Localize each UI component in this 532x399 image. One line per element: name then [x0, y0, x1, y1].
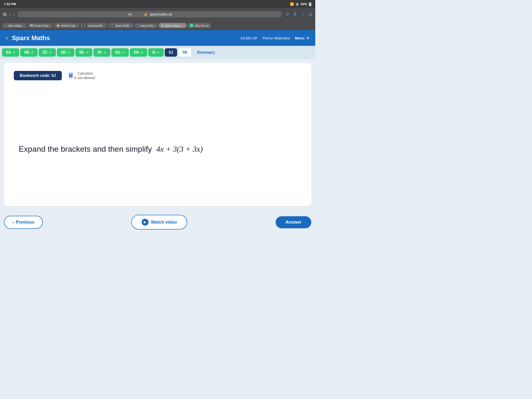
- answer-label: Answer: [285, 220, 301, 225]
- tab-label: Airbnb | Ital...: [61, 24, 77, 27]
- question-area: Expand the brackets and then simplify 4x…: [14, 90, 301, 198]
- reload-button[interactable]: ↺: [285, 11, 289, 17]
- section-tab-5c[interactable]: 5C ✓: [39, 48, 56, 57]
- tab-label-5a: 5A: [6, 50, 11, 55]
- watch-video-button[interactable]: ▶ Watch video: [131, 215, 187, 230]
- map-icon: 🗺: [30, 24, 33, 27]
- sidebar-toggle-button[interactable]: ⊟: [3, 12, 7, 17]
- check-icon-5e: ✓: [85, 50, 88, 54]
- tab-label: assets.publi...: [88, 24, 104, 27]
- section-tab-5d[interactable]: 5D ✓: [57, 48, 74, 57]
- check-icon-5f: ✓: [103, 50, 106, 54]
- tab-label: map of the...: [140, 24, 155, 27]
- forward-button[interactable]: ›: [13, 12, 15, 17]
- airbnb-icon: 🏠: [56, 24, 60, 27]
- tab-label-5f: 5F: [97, 50, 102, 55]
- app-back-button[interactable]: ‹: [6, 34, 8, 41]
- tab-label-5h: 5H: [134, 50, 139, 55]
- new-tab-button[interactable]: ＋: [301, 11, 305, 17]
- calculator-not-allowed-label: Calculatornot allowed: [78, 71, 95, 80]
- assets-icon: P: [83, 24, 87, 27]
- battery-percent: 92%: [300, 2, 307, 6]
- section-tab-5f[interactable]: 5F ✓: [93, 48, 110, 57]
- tab-label-summary: Summary: [197, 50, 215, 55]
- check-icon-5c: ✓: [49, 50, 52, 54]
- check-icon-5i: ✓: [157, 50, 160, 54]
- tab-label-5e: 5E: [79, 50, 84, 55]
- section-tab-5e[interactable]: 5E ✓: [75, 48, 93, 57]
- section-tab-5h[interactable]: 5H ✓: [130, 48, 147, 57]
- section-tab-5j[interactable]: 5J: [165, 48, 177, 57]
- check-icon-5g: ✓: [122, 50, 125, 54]
- user-name: Penny Walmsley: [263, 36, 290, 40]
- tabs-button[interactable]: ⧉: [309, 12, 312, 17]
- google-icon: G: [4, 24, 7, 27]
- info-bar: Bookwork code: 5J 🖩 ✕ Calculatornot allo…: [14, 71, 301, 80]
- menu-label: Menu: [295, 36, 304, 40]
- browser-tab-airbnb[interactable]: 🏠 Airbnb | Ital...: [54, 23, 80, 28]
- share-button[interactable]: ⬆: [293, 12, 297, 17]
- battery-icon: ▓: [309, 2, 311, 6]
- tab-label: oliia rodrigo...: [8, 24, 24, 27]
- check-icon-5b: ✓: [31, 50, 34, 54]
- status-time: 7:52 PM: [4, 2, 16, 6]
- app-logo: Sparx Maths: [12, 34, 240, 42]
- question-prose: Expand the brackets and then simplify: [19, 145, 152, 153]
- math-tab-icon: S: [190, 24, 194, 27]
- address-bar[interactable]: AA 🔒 sparxmaths.uk: [17, 11, 282, 17]
- video-play-icon: ▶: [142, 219, 149, 226]
- calculator-icon-wrapper: 🖩 ✕: [68, 72, 76, 80]
- watch-video-label: Watch video: [151, 220, 177, 225]
- previous-label: Previous: [16, 220, 34, 225]
- hamburger-icon: ≡: [306, 35, 309, 41]
- taylor-icon: T: [110, 24, 114, 27]
- section-tab-summary[interactable]: Summary: [193, 48, 219, 57]
- location-icon: ◎: [296, 2, 299, 6]
- tab-label-5g: 5G: [115, 50, 120, 55]
- close-tab-icon[interactable]: ✕: [182, 24, 184, 27]
- answer-button[interactable]: Answer: [276, 216, 311, 228]
- back-button[interactable]: ‹: [9, 12, 11, 17]
- browser-tab-assets[interactable]: P assets.publi...: [81, 23, 107, 28]
- tab-label-5i: 5I: [152, 50, 155, 55]
- google-maps-icon: G: [137, 24, 139, 27]
- browser-tab-math[interactable]: S 4(5y+3m-p): [187, 23, 211, 28]
- calculator-x-icon: ✕: [74, 76, 77, 80]
- status-bar: 7:52 PM 📶 ◎ 92% ▓: [0, 0, 315, 8]
- wifi-icon: 📶: [290, 2, 294, 6]
- sparx-icon: ★: [161, 24, 164, 27]
- previous-button[interactable]: ‹ Previous: [4, 216, 43, 229]
- browser-tab-conan[interactable]: 🗺 Conan Gray...: [28, 23, 53, 28]
- tab-label: Sparx Maths: [165, 24, 180, 27]
- app-header: ‹ Sparx Maths 43,663 XP Penny Walmsley M…: [0, 30, 315, 46]
- check-icon-5a: ✓: [12, 50, 15, 54]
- section-tab-5g[interactable]: 5G ✓: [111, 48, 129, 57]
- text-size-control[interactable]: AA: [128, 13, 132, 16]
- section-tab-5b[interactable]: 5B ✓: [20, 48, 37, 57]
- check-icon-5h: ✓: [140, 50, 143, 54]
- tab-label: 4(5y+3m-p): [195, 24, 209, 27]
- browser-tab-taylor[interactable]: T Taylor Swift...: [108, 23, 134, 28]
- url-display: sparxmaths.uk: [150, 12, 172, 16]
- calculator-info: 🖩 ✕ Calculatornot allowed: [68, 71, 95, 80]
- question-card: Bookwork code: 5J 🖩 ✕ Calculatornot allo…: [4, 63, 311, 206]
- previous-chevron-icon: ‹: [12, 220, 14, 225]
- tab-label: Taylor Swift...: [115, 24, 131, 27]
- browser-tabs-bar: G oliia rodrigo... 🗺 Conan Gray... 🏠 Air…: [0, 21, 315, 30]
- xp-display: 43,663 XP: [240, 36, 258, 40]
- tab-label-5c: 5C: [43, 50, 48, 55]
- tab-label-5j: 5J: [169, 50, 173, 55]
- browser-tab-map[interactable]: G map of the...: [134, 23, 158, 28]
- browser-bar: ⊟ ‹ › AA 🔒 sparxmaths.uk ↺ ⬆ ＋ ⧉: [0, 8, 315, 21]
- browser-tab-google[interactable]: G oliia rodrigo...: [2, 23, 27, 28]
- section-tab-5a[interactable]: 5A ✓: [2, 48, 19, 57]
- browser-tab-sparx[interactable]: ★ Sparx Maths ✕: [159, 23, 186, 28]
- menu-button[interactable]: Menu ≡: [295, 35, 309, 41]
- question-text: Expand the brackets and then simplify 4x…: [19, 144, 203, 155]
- section-tab-5i[interactable]: 5I ✓: [148, 48, 164, 57]
- check-icon-5d: ✓: [67, 50, 70, 54]
- calculator-icon: 🖩: [68, 72, 74, 79]
- tab-label: Conan Gray...: [34, 24, 51, 27]
- section-tab-5k[interactable]: 5K: [178, 48, 192, 57]
- tab-label-5d: 5D: [61, 50, 66, 55]
